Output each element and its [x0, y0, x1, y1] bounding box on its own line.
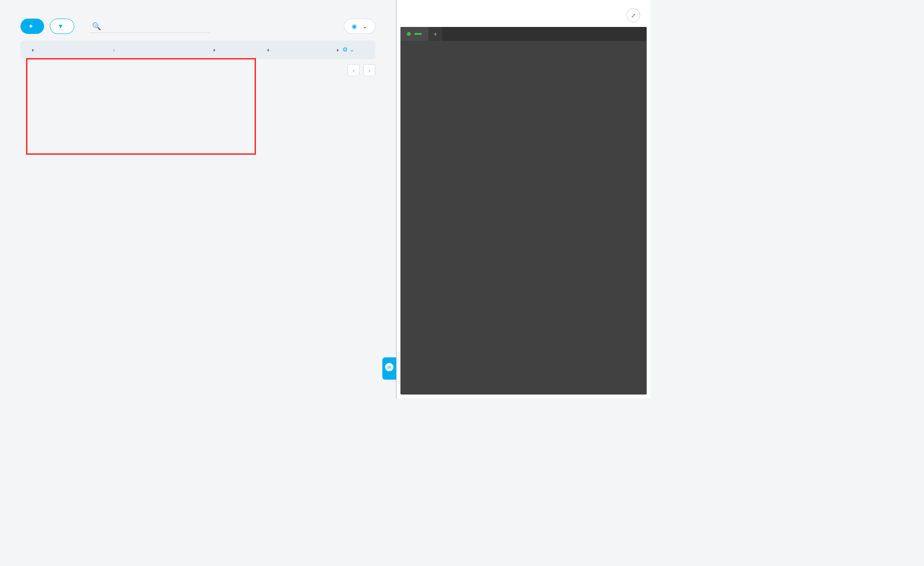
col-header-device[interactable]: ♦: [206, 40, 260, 59]
next-page-button[interactable]: ›: [363, 64, 375, 76]
search-icon: 🔍: [92, 22, 101, 31]
variables-table: ♦ ♦ ♦ ♦ ♦ ⚙ ⌄: [20, 40, 375, 59]
collapse-button[interactable]: ⤢: [626, 8, 640, 22]
terminal-tab[interactable]: [400, 27, 428, 41]
collapse-icon: ⤢: [631, 12, 636, 19]
terminal-tabs: ＋: [400, 27, 647, 41]
col-header-actions[interactable]: ♦ ⚙ ⌄: [329, 40, 375, 59]
terminal-tab-label: [414, 33, 422, 35]
views-button[interactable]: ◉ ⌄: [344, 19, 375, 34]
sort-icon: ♦: [113, 47, 115, 53]
sort-icon: ♦: [267, 47, 269, 53]
add-variable-button[interactable]: ✦: [20, 19, 44, 34]
chevron-down-icon: ⌄: [362, 23, 367, 30]
sort-icon: ♦: [336, 47, 339, 53]
plus-icon: ＋: [433, 30, 438, 38]
new-tab-button[interactable]: ＋: [428, 27, 442, 41]
search-input[interactable]: [101, 23, 207, 30]
terminal-body: ＋: [400, 27, 647, 395]
search-input-wrap[interactable]: 🔍: [89, 20, 210, 33]
col-header-fleet[interactable]: ♦: [105, 40, 206, 59]
pagination: ‹ ›: [0, 59, 396, 76]
globe-icon: ◉: [352, 23, 357, 30]
variables-panel: ✦ ▼ 🔍 ◉ ⌄ ♦ ♦ ♦ ♦ ♦ ⚙ ⌄: [0, 0, 396, 398]
variables-table-card: ♦ ♦ ♦ ♦ ♦ ⚙ ⌄: [20, 40, 375, 59]
help-tab[interactable]: ✉: [382, 357, 396, 380]
sort-icon: ♦: [32, 47, 34, 53]
col-header-service[interactable]: ♦: [260, 40, 329, 59]
prev-page-button[interactable]: ‹: [347, 64, 360, 76]
gear-icon[interactable]: ⚙ ⌄: [341, 46, 354, 53]
terminal-header: ⤢: [400, 4, 647, 27]
toolbar: ✦ ▼ 🔍 ◉ ⌄: [0, 19, 396, 40]
chat-icon: ✉: [385, 363, 393, 371]
sort-icon: ♦: [213, 47, 216, 53]
add-filter-button[interactable]: ▼: [50, 19, 74, 34]
terminal-output[interactable]: [400, 41, 647, 48]
terminal-panel: ⤢ ＋: [396, 0, 650, 398]
magic-icon: ✦: [28, 23, 33, 30]
status-dot-icon: [407, 32, 411, 36]
filter-icon: ▼: [58, 23, 64, 30]
col-header-name[interactable]: ♦: [20, 40, 105, 59]
